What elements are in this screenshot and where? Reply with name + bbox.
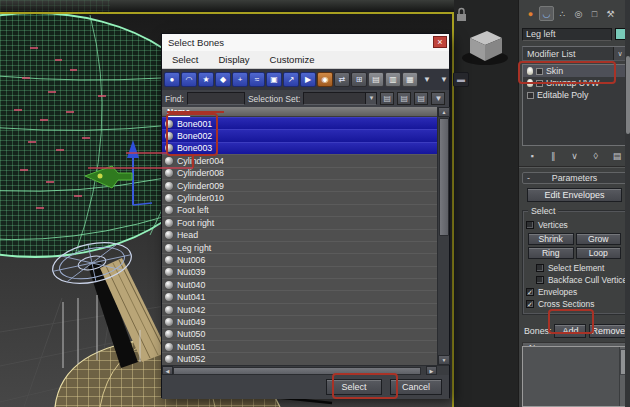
list-item[interactable]: Nut040 (162, 278, 437, 290)
scroll-down-icon[interactable]: ▼ (438, 355, 450, 365)
envelopes-checkbox-row[interactable]: ✓Envelopes (526, 286, 623, 297)
scrollbar-thumb[interactable] (173, 367, 421, 375)
chevron-down-icon[interactable]: ▼ (365, 93, 376, 104)
grid-view-icon[interactable]: ▦ (402, 72, 418, 87)
close-icon[interactable]: × (433, 36, 447, 48)
loop-button[interactable]: Loop (576, 247, 622, 259)
make-unique-icon[interactable]: ∨ (568, 151, 582, 161)
vertices-checkbox-row[interactable]: Vertices (526, 219, 623, 230)
modifier-stack-item[interactable]: Skin (523, 65, 626, 77)
panel-scrollbar[interactable] (625, 0, 630, 407)
list-item[interactable]: Bone001 (162, 117, 437, 129)
scroll-left-icon[interactable]: ◀ (162, 366, 173, 375)
horizontal-scrollbar[interactable]: ◀ ▶ (162, 365, 449, 375)
modifier-list-dropdown[interactable]: Modifier List ∨ (522, 46, 627, 61)
display-cameras-icon[interactable]: ◆ (215, 72, 231, 87)
find-input[interactable] (187, 92, 245, 105)
tab-hierarchy-icon[interactable]: ∴ (555, 6, 570, 21)
menu-item-select[interactable]: Select (162, 54, 208, 65)
dialog-titlebar[interactable]: Select Bones × (162, 34, 449, 51)
backface-cull-vertices-checkbox-row[interactable]: Backface Cull Vertices (526, 274, 623, 285)
show-end-result-icon[interactable]: ∥ (546, 151, 560, 161)
paste-set-icon[interactable]: ▤ (414, 92, 428, 105)
list-item[interactable]: Nut050 (162, 328, 437, 340)
column-view-icon[interactable]: ▥ (385, 72, 401, 87)
display-groups-icon[interactable]: ▣ (266, 72, 282, 87)
list-item[interactable]: Bone003 (162, 142, 437, 154)
list-item[interactable]: Nut006 (162, 253, 437, 265)
tab-modify-icon[interactable]: ◡ (539, 6, 554, 21)
filter-set-icon[interactable]: ▼ (436, 72, 452, 87)
checkbox-icon[interactable]: ✓ (526, 300, 534, 308)
list-item[interactable]: Bone002 (162, 129, 437, 141)
vertices-checkbox[interactable] (526, 221, 534, 229)
tab-display-icon[interactable]: □ (587, 6, 602, 21)
scroll-up-icon[interactable]: ▲ (438, 107, 450, 117)
skin-bones-list[interactable] (522, 346, 627, 407)
add-bones-button[interactable]: Add (554, 324, 586, 338)
display-lights-icon[interactable]: ★ (198, 72, 214, 87)
display-helpers-icon[interactable]: + (232, 72, 248, 87)
visibility-bulb-icon[interactable] (527, 79, 533, 87)
list-item[interactable]: Foot right (162, 216, 437, 228)
selection-set-combo[interactable]: ▼ (303, 92, 377, 105)
object-name-field[interactable]: Leg left (522, 28, 612, 41)
list-item[interactable]: Leg right (162, 241, 437, 253)
configure-modifier-sets-icon[interactable]: ▤ (610, 151, 624, 161)
checkbox-icon[interactable] (536, 276, 544, 284)
remove-modifier-icon[interactable]: ◊ (589, 151, 603, 161)
list-item[interactable]: Foot left (162, 204, 437, 216)
parameters-rollout-header[interactable]: - Parameters (522, 172, 627, 184)
scroll-right-icon[interactable]: ▶ (426, 366, 437, 375)
scrollbar-thumb[interactable] (439, 118, 449, 236)
modifier-stack-item[interactable]: Unwrap UVW (523, 77, 626, 89)
remove-bones-button[interactable]: Remove (589, 324, 627, 338)
visibility-bulb-icon[interactable] (527, 67, 533, 75)
tab-utilities-icon[interactable]: ⚒ (603, 6, 618, 21)
list-view-icon[interactable]: ▤ (368, 72, 384, 87)
select-button[interactable]: Select (326, 379, 382, 395)
options-icon[interactable]: ▬ (453, 72, 469, 87)
pin-stack-icon[interactable]: ▪ (525, 151, 539, 161)
vertical-scrollbar[interactable]: ▲ ▼ (437, 107, 449, 365)
modifier-stack-item[interactable]: Editable Poly (523, 89, 626, 101)
ring-button[interactable]: Ring (528, 247, 574, 259)
create-set-icon[interactable]: ▤ (380, 92, 394, 105)
display-geometry-icon[interactable]: ● (164, 72, 180, 87)
list-item[interactable]: Nut049 (162, 315, 437, 327)
display-spacewarps-icon[interactable]: ≈ (249, 72, 265, 87)
list-item[interactable]: Cylinder009 (162, 179, 437, 191)
edit-envelopes-button[interactable]: Edit Envelopes (527, 188, 622, 202)
display-xrefs-icon[interactable]: ↗ (283, 72, 299, 87)
shrink-button[interactable]: Shrink (528, 233, 574, 245)
list-item[interactable]: Nut042 (162, 303, 437, 315)
list-item[interactable]: Nut052 (162, 352, 437, 364)
sync-selection-icon[interactable]: ⇄ (334, 72, 350, 87)
checkbox-icon[interactable] (536, 264, 544, 272)
list-item[interactable]: Head (162, 229, 437, 241)
display-bones-icon[interactable]: ▶ (300, 72, 316, 87)
list-item[interactable]: Cylinder008 (162, 167, 437, 179)
menu-item-display[interactable]: Display (208, 54, 259, 65)
grow-button[interactable]: Grow (576, 233, 622, 245)
cancel-button[interactable]: Cancel (390, 379, 442, 395)
expand-all-icon[interactable]: ⊞ (351, 72, 367, 87)
collapse-icon[interactable]: - (527, 173, 530, 184)
tab-motion-icon[interactable]: ◎ (571, 6, 586, 21)
list-item[interactable]: Nut039 (162, 266, 437, 278)
filter-icon[interactable]: ▼ (419, 72, 435, 87)
list-column-header[interactable]: Name (162, 107, 437, 117)
select-element-checkbox-row[interactable]: Select Element (526, 262, 623, 273)
list-item[interactable]: Cylinder004 (162, 154, 437, 166)
copy-set-icon[interactable]: ▤ (397, 92, 411, 105)
more-dropdown-icon[interactable]: ▼ (431, 92, 445, 105)
list-item[interactable]: Nut051 (162, 340, 437, 352)
display-shapes-icon[interactable]: ◠ (181, 72, 197, 87)
cross-sections-checkbox-row[interactable]: ✓Cross Sections (526, 298, 623, 309)
list-item[interactable]: Cylinder010 (162, 191, 437, 203)
list-item[interactable]: Nut041 (162, 290, 437, 302)
menu-item-customize[interactable]: Customize (260, 54, 325, 65)
tab-create-icon[interactable]: ● (523, 6, 538, 21)
checkbox-icon[interactable]: ✓ (526, 288, 534, 296)
display-frozen-icon[interactable]: ◉ (317, 72, 333, 87)
